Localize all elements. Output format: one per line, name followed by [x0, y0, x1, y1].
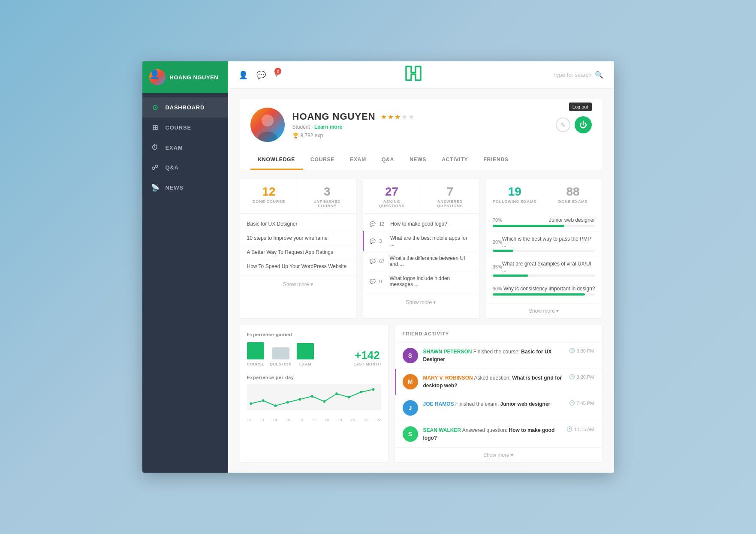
chat-icon[interactable]: 💬 [256, 70, 266, 80]
progress-bar-fill [493, 293, 585, 296]
logout-button[interactable]: ⏻ [575, 116, 592, 133]
asking-number: 27 [370, 186, 414, 198]
following-exams-label: FOLLOWING EXAMS [493, 199, 537, 204]
progress-bar-fill [493, 250, 513, 252]
svg-point-4 [250, 402, 252, 405]
avatar: 👤 [149, 69, 166, 85]
qa-icon: ☍ [151, 163, 160, 172]
sidebar-label-course: COURSE [166, 124, 191, 131]
tab-exam[interactable]: EXAM [342, 151, 374, 170]
profile-header: HOANG NGUYEN ★ ★ ★ ★ ★ Student · [240, 99, 602, 151]
asking-col: 27 ASKING QUESTIONS [363, 179, 421, 213]
done-courses-list: Basic for UX Designer 10 steps to Improv… [240, 214, 356, 277]
stats-grid: 12 DONE COURSE 3 UNFINISHED COURSE Basic… [240, 179, 602, 318]
courses-card: 12 DONE COURSE 3 UNFINISHED COURSE Basic… [240, 179, 356, 318]
svg-point-5 [262, 399, 264, 402]
svg-point-6 [274, 404, 277, 407]
progress-bar-fill [493, 275, 529, 277]
tab-knowledge[interactable]: KNOWLEDGE [250, 151, 303, 170]
courses-show-more[interactable]: Show more ▾ [240, 277, 356, 292]
profile-subtitle: Student · Learn more [292, 124, 414, 130]
last-month-block: +142 LAST MONTH [354, 349, 381, 366]
done-course-label: DONE COURSE [247, 199, 291, 204]
friend-name: MARY V. ROBINSON [423, 375, 473, 381]
friend-item: S SHAWN PETERSON Finished the course: Ba… [395, 343, 602, 369]
sidebar-item-course[interactable]: ⊞ COURSE [142, 118, 228, 138]
list-item: 💬 67 What's the difference between UI an… [363, 251, 479, 272]
svg-point-9 [311, 395, 313, 398]
notification-badge: 2 [274, 68, 281, 75]
per-day-title: Experience per day [247, 375, 381, 380]
exam-progress-item: 90% Why is consistency important in desi… [486, 281, 602, 300]
done-course-number: 12 [247, 186, 291, 198]
profile-name: HOANG NGUYEN [292, 111, 376, 122]
friend-time: 🕐 11:15 AM [566, 426, 594, 432]
sidebar-item-exam[interactable]: ⏱ EXAM [142, 138, 228, 157]
list-item: A Better Way To Request App Ratings [240, 245, 356, 259]
experience-chart: 12 13 14 15 16 17 18 19 20 21 22 [247, 384, 381, 414]
tab-qa[interactable]: Q&A [374, 151, 402, 170]
user-icon[interactable]: 👤 [238, 70, 248, 80]
edit-button[interactable]: ✎ [556, 118, 570, 132]
exam-progress-item: 20% Which is the best way to pass the PM… [486, 232, 602, 256]
content-area: HOANG NGUYEN ★ ★ ★ ★ ★ Student · [228, 89, 614, 473]
questions-show-more[interactable]: Show more ▾ [363, 295, 479, 310]
svg-point-8 [298, 398, 301, 401]
experience-card: Experience gained COURSE QUESTION [240, 325, 388, 462]
logout-tooltip: Log out [569, 103, 592, 111]
friend-time: 🕐 9:20 PM [569, 374, 594, 380]
dashboard-icon: ⊙ [151, 103, 160, 112]
friend-text: SEAN WALKER Answered question: How to ma… [423, 426, 562, 442]
friend-text: JOE RAMOS Finished the exam: Junior web … [423, 400, 564, 408]
sidebar-item-news[interactable]: 📡 NEWS [142, 178, 228, 198]
sidebar-label-qa: Q&A [166, 164, 179, 171]
following-exams-number: 19 [493, 186, 537, 198]
profile-stars: ★ ★ ★ ★ ★ [381, 113, 414, 121]
friend-avatar: J [403, 400, 418, 416]
friend-activity-card: FRIEND ACTIVITY S SHAWN PETERSON Finishe… [395, 325, 602, 462]
list-item: 💬 0 What logos include hidden messages .… [363, 272, 479, 291]
tab-activity[interactable]: ACTIVITY [434, 151, 476, 170]
done-exams-number: 88 [551, 186, 595, 198]
friend-avatar: S [403, 348, 418, 363]
exam-icon: ⏱ [151, 144, 160, 151]
app-logo [405, 66, 427, 84]
answered-number: 7 [428, 186, 472, 198]
profile-info: HOANG NGUYEN ★ ★ ★ ★ ★ Student · [292, 111, 414, 139]
profile-avatar [250, 108, 285, 142]
sidebar-item-dashboard[interactable]: ⊙ DASHBOARD [142, 97, 228, 118]
progress-bar-fill [493, 225, 564, 227]
bottom-grid: Experience gained COURSE QUESTION [240, 325, 602, 462]
sidebar: 👤 HOANG NGUYEN ⊙ DASHBOARD ⊞ COURSE ⏱ EX… [142, 61, 228, 473]
progress-bar-bg [493, 275, 595, 277]
courses-header: 12 DONE COURSE 3 UNFINISHED COURSE [240, 179, 356, 214]
svg-point-1 [262, 115, 274, 127]
search-icon[interactable]: 🔍 [595, 71, 603, 79]
tab-friends[interactable]: FRIENDS [476, 151, 516, 170]
friend-text: MARY V. ROBINSON Asked question: What is… [423, 374, 564, 389]
sidebar-nav: ⊙ DASHBOARD ⊞ COURSE ⏱ EXAM ☍ Q&A 📡 N [142, 93, 228, 473]
search-placeholder: Type for search [553, 72, 592, 78]
questions-header: 27 ASKING QUESTIONS 7 ANSWERED QUESTIONS [363, 179, 479, 214]
svg-point-11 [335, 392, 338, 395]
friend-name: SEAN WALKER [423, 427, 461, 433]
tab-course[interactable]: COURSE [303, 151, 342, 170]
friend-item: M MARY V. ROBINSON Asked question: What … [395, 369, 602, 395]
tab-news[interactable]: NEWS [402, 151, 434, 170]
news-icon: 📡 [151, 184, 160, 192]
sidebar-item-qa[interactable]: ☍ Q&A [142, 157, 228, 178]
exams-show-more[interactable]: Show more ▾ [486, 303, 602, 318]
friend-text: SHAWN PETERSON Finished the course: Basi… [423, 348, 564, 363]
search-area: Type for search 🔍 [553, 71, 604, 79]
friend-activity-show-more[interactable]: Show more ▾ [395, 447, 602, 462]
heart-icon[interactable]: ♥ 2 [274, 70, 279, 79]
svg-point-10 [323, 400, 325, 403]
learn-more-link[interactable]: Learn more [314, 124, 342, 130]
progress-bar-bg [493, 250, 595, 252]
unfinished-course-number: 3 [305, 186, 349, 198]
friend-item: S SEAN WALKER Answered question: How to … [395, 421, 602, 447]
unfinished-course-label: UNFINISHED COURSE [305, 199, 349, 208]
list-item: 10 steps to Improve your wireframe [240, 231, 356, 245]
trophy-icon: 🏆 [292, 133, 299, 139]
svg-point-7 [286, 401, 289, 404]
